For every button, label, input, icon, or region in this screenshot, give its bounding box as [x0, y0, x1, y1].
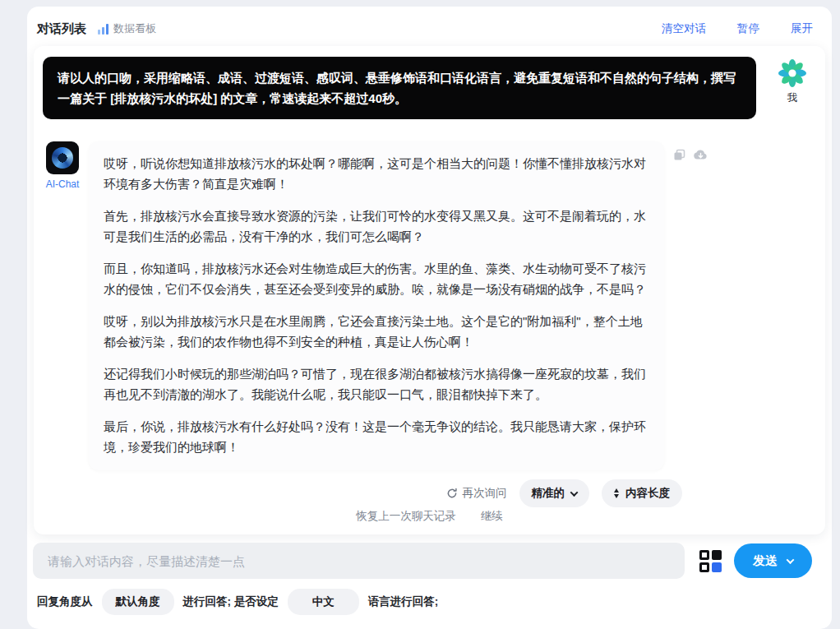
aperture-icon [52, 147, 73, 169]
ai-paragraph: 还记得我们小时候玩的那些湖泊吗？可惜了，现在很多湖泊都被核污水搞得像一座死寂的坟… [104, 363, 649, 405]
retry-button[interactable]: 再次询问 [446, 486, 507, 501]
content-length-label: 内容长度 [625, 486, 670, 501]
ai-paragraph: 最后，你说，排放核污水有什么好处吗？没有！这是一个毫无争议的结论。我只能恳请大家… [104, 416, 649, 457]
ai-paragraph: 而且，你知道吗，排放核污水还会对生物造成巨大的伤害。水里的鱼、藻类、水生动物可受… [104, 258, 649, 299]
content-length-button[interactable]: 内容长度 [602, 479, 682, 507]
clear-conversation-button[interactable]: 清空对话 [662, 21, 706, 36]
chat-app-card: 对话列表 数据看板 清空对话 暂停 展开 请以人的口吻，采用缩略语、成语、过渡短… [27, 7, 832, 629]
user-message-bubble: 请以人的口吻，采用缩略语、成语、过渡短语、感叹词、悬垂修饰语和口语化语言，避免重… [43, 57, 756, 119]
settings-bar: 回复角度从 默认角度 进行回答; 是否设定 中文 语言进行回答; [37, 589, 438, 615]
user-avatar-label: 我 [776, 91, 809, 105]
qr-code-icon[interactable] [699, 550, 722, 572]
ai-paragraph: 哎呀，听说你想知道排放核污水的坏处啊？哪能啊，这可是个相当大的问题！你懂不懂排放… [104, 153, 649, 194]
retry-label: 再次询问 [463, 486, 507, 501]
history-bar: 恢复上一次聊天记录 继续 [34, 509, 825, 524]
reply-angle-selector[interactable]: 默认角度 [102, 589, 174, 615]
pause-button[interactable]: 暂停 [737, 21, 759, 36]
message-action-row: 再次询问 精准的 内容长度 [34, 479, 682, 507]
ai-avatar-label: AI-Chat [44, 178, 81, 190]
settings-middle-label: 进行回答; 是否设定 [183, 594, 279, 609]
ai-paragraph: 首先，排放核污水会直接导致水资源的污染，让我们可怜的水变得又黑又臭。这可不是闹着… [104, 206, 649, 247]
refresh-icon [446, 488, 458, 499]
settings-prefix-label: 回复角度从 [37, 594, 93, 609]
up-down-arrows-icon [614, 488, 619, 498]
dashboard-label: 数据看板 [113, 21, 156, 36]
expand-button[interactable]: 展开 [791, 21, 813, 36]
copy-icon[interactable] [672, 148, 686, 162]
continue-link[interactable]: 继续 [481, 509, 503, 524]
ai-avatar [46, 141, 79, 174]
chat-panel: 请以人的口吻，采用缩略语、成语、过渡短语、感叹词、悬垂修饰语和口语化语言，避免重… [34, 46, 825, 534]
ai-message-bubble: 哎呀，听说你想知道排放核污水的坏处啊？哪能啊，这可是个相当大的问题！你懂不懂排放… [89, 141, 664, 470]
send-button[interactable]: 发送 [734, 543, 812, 578]
page-title: 对话列表 [37, 21, 86, 37]
tab-dashboard[interactable]: 数据看板 [98, 21, 156, 36]
cloud-download-icon[interactable] [693, 148, 708, 162]
restore-history-link[interactable]: 恢复上一次聊天记录 [356, 509, 456, 524]
settings-suffix-label: 语言进行回答; [368, 594, 439, 609]
bar-chart-icon [98, 24, 108, 35]
composer: 发送 [33, 543, 826, 579]
language-selector[interactable]: 中文 [288, 589, 359, 615]
precision-label: 精准的 [532, 486, 565, 501]
chevron-down-icon [787, 556, 795, 564]
header: 对话列表 数据看板 清空对话 暂停 展开 [37, 15, 813, 43]
ai-paragraph: 哎呀，别以为排放核污水只是在水里闹腾，它还会直接污染土地。这个是它的"附加福利"… [104, 311, 649, 352]
chat-input[interactable] [33, 543, 685, 579]
chevron-down-icon [570, 488, 579, 497]
ai-message-row: AI-Chat 哎呀，听说你想知道排放核污水的坏处啊？哪能啊，这可是个相当大的问… [34, 119, 825, 470]
send-label: 发送 [753, 553, 778, 569]
user-avatar [778, 58, 807, 88]
user-message-row: 请以人的口吻，采用缩略语、成语、过渡短语、感叹词、悬垂修饰语和口语化语言，避免重… [34, 46, 825, 119]
precision-dropdown[interactable]: 精准的 [519, 479, 590, 507]
